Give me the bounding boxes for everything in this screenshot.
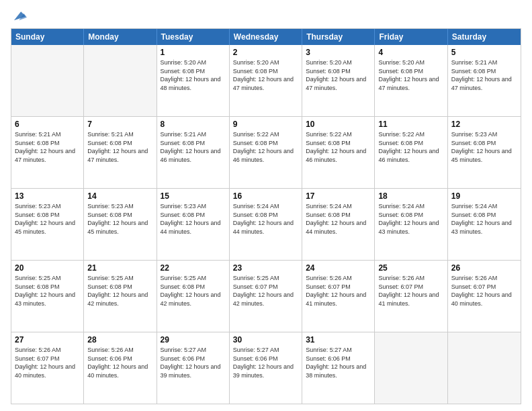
day-info: Sunrise: 5:23 AMSunset: 6:08 PMDaylight:… (161, 202, 226, 236)
day-number: 23 (233, 263, 298, 273)
daylight-text: Daylight: 12 hours and 47 minutes. (87, 147, 152, 164)
daylight-text: Daylight: 12 hours and 44 minutes. (306, 219, 371, 236)
sunrise-text: Sunrise: 5:24 AM (233, 202, 298, 211)
calendar-week-row: 13Sunrise: 5:23 AMSunset: 6:08 PMDayligh… (11, 189, 521, 261)
day-number: 20 (15, 263, 80, 273)
day-number: 6 (15, 119, 80, 130)
sunrise-text: Sunrise: 5:24 AM (378, 202, 443, 211)
sunset-text: Sunset: 6:07 PM (451, 283, 517, 291)
sunrise-text: Sunrise: 5:24 AM (306, 202, 371, 211)
day-number: 7 (87, 119, 152, 130)
sunrise-text: Sunrise: 5:27 AM (233, 346, 298, 355)
day-info: Sunrise: 5:22 AMSunset: 6:08 PMDaylight:… (233, 130, 298, 164)
sunset-text: Sunset: 6:08 PM (161, 211, 226, 220)
calendar-cell (375, 332, 447, 404)
calendar-cell: 15Sunrise: 5:23 AMSunset: 6:08 PMDayligh… (157, 189, 230, 260)
sunset-text: Sunset: 6:08 PM (233, 139, 298, 148)
sunrise-text: Sunrise: 5:25 AM (15, 274, 80, 283)
daylight-text: Daylight: 12 hours and 45 minutes. (15, 219, 80, 236)
day-number: 15 (161, 191, 226, 201)
sunset-text: Sunset: 6:08 PM (233, 67, 298, 76)
day-number: 25 (378, 263, 443, 273)
day-number: 24 (306, 263, 371, 273)
logo (11, 8, 27, 23)
calendar-cell: 2Sunrise: 5:20 AMSunset: 6:08 PMDaylight… (230, 45, 302, 116)
sunrise-text: Sunrise: 5:23 AM (15, 202, 80, 211)
sunrise-text: Sunrise: 5:26 AM (87, 346, 152, 355)
day-number: 10 (306, 119, 371, 130)
daylight-text: Daylight: 12 hours and 40 minutes. (15, 363, 80, 379)
day-number: 18 (378, 191, 443, 201)
sunset-text: Sunset: 6:06 PM (306, 355, 371, 363)
day-number: 19 (451, 191, 517, 201)
sunset-text: Sunset: 6:08 PM (87, 139, 152, 148)
sunrise-text: Sunrise: 5:27 AM (161, 346, 226, 355)
day-number: 16 (233, 191, 298, 201)
calendar: SundayMondayTuesdayWednesdayThursdayFrid… (11, 28, 521, 404)
weekday-header: Saturday (448, 29, 521, 45)
weekday-header: Friday (375, 29, 447, 45)
daylight-text: Daylight: 12 hours and 42 minutes. (161, 291, 226, 308)
weekday-header: Wednesday (230, 29, 302, 45)
day-number: 14 (87, 191, 152, 201)
calendar-cell: 21Sunrise: 5:25 AMSunset: 6:08 PMDayligh… (84, 261, 157, 332)
sunset-text: Sunset: 6:08 PM (306, 139, 371, 148)
day-info: Sunrise: 5:25 AMSunset: 6:07 PMDaylight:… (233, 274, 298, 308)
calendar-week-row: 20Sunrise: 5:25 AMSunset: 6:08 PMDayligh… (11, 261, 521, 332)
day-info: Sunrise: 5:27 AMSunset: 6:06 PMDaylight:… (306, 346, 371, 379)
calendar-cell: 12Sunrise: 5:23 AMSunset: 6:08 PMDayligh… (448, 117, 521, 188)
calendar-cell (84, 45, 157, 116)
sunset-text: Sunset: 6:08 PM (15, 139, 80, 148)
daylight-text: Daylight: 12 hours and 38 minutes. (306, 363, 371, 379)
day-number: 30 (233, 334, 298, 345)
daylight-text: Daylight: 12 hours and 45 minutes. (87, 219, 152, 236)
weekday-header: Monday (84, 29, 157, 45)
day-number: 28 (87, 334, 152, 345)
sunrise-text: Sunrise: 5:23 AM (451, 130, 517, 139)
daylight-text: Daylight: 12 hours and 46 minutes. (306, 147, 371, 164)
calendar-cell: 17Sunrise: 5:24 AMSunset: 6:08 PMDayligh… (302, 189, 375, 260)
day-info: Sunrise: 5:23 AMSunset: 6:08 PMDaylight:… (87, 202, 152, 236)
sunset-text: Sunset: 6:08 PM (161, 283, 226, 291)
calendar-week-row: 27Sunrise: 5:26 AMSunset: 6:07 PMDayligh… (11, 332, 521, 404)
calendar-cell: 4Sunrise: 5:20 AMSunset: 6:08 PMDaylight… (375, 45, 447, 116)
sunrise-text: Sunrise: 5:26 AM (306, 274, 371, 283)
day-info: Sunrise: 5:27 AMSunset: 6:06 PMDaylight:… (233, 346, 298, 379)
calendar-cell: 16Sunrise: 5:24 AMSunset: 6:08 PMDayligh… (230, 189, 302, 260)
calendar-body: 1Sunrise: 5:20 AMSunset: 6:08 PMDaylight… (11, 45, 521, 404)
daylight-text: Daylight: 12 hours and 45 minutes. (451, 147, 517, 164)
calendar-cell: 10Sunrise: 5:22 AMSunset: 6:08 PMDayligh… (302, 117, 375, 188)
daylight-text: Daylight: 12 hours and 43 minutes. (451, 219, 517, 236)
sunset-text: Sunset: 6:08 PM (161, 67, 226, 76)
daylight-text: Daylight: 12 hours and 43 minutes. (378, 219, 443, 236)
day-info: Sunrise: 5:21 AMSunset: 6:08 PMDaylight:… (15, 130, 80, 164)
day-info: Sunrise: 5:24 AMSunset: 6:08 PMDaylight:… (306, 202, 371, 236)
calendar-cell: 14Sunrise: 5:23 AMSunset: 6:08 PMDayligh… (84, 189, 157, 260)
daylight-text: Daylight: 12 hours and 41 minutes. (378, 291, 443, 308)
sunset-text: Sunset: 6:07 PM (306, 283, 371, 291)
calendar-cell: 31Sunrise: 5:27 AMSunset: 6:06 PMDayligh… (302, 332, 375, 404)
sunset-text: Sunset: 6:08 PM (306, 67, 371, 76)
day-info: Sunrise: 5:26 AMSunset: 6:07 PMDaylight:… (306, 274, 371, 308)
day-info: Sunrise: 5:24 AMSunset: 6:08 PMDaylight:… (378, 202, 443, 236)
sunset-text: Sunset: 6:08 PM (451, 139, 517, 148)
sunset-text: Sunset: 6:08 PM (15, 211, 80, 220)
day-number: 11 (378, 119, 443, 130)
calendar-cell: 24Sunrise: 5:26 AMSunset: 6:07 PMDayligh… (302, 261, 375, 332)
sunset-text: Sunset: 6:08 PM (233, 211, 298, 220)
sunrise-text: Sunrise: 5:20 AM (306, 58, 371, 67)
day-info: Sunrise: 5:23 AMSunset: 6:08 PMDaylight:… (451, 130, 517, 164)
calendar-cell: 11Sunrise: 5:22 AMSunset: 6:08 PMDayligh… (375, 117, 447, 188)
calendar-cell: 13Sunrise: 5:23 AMSunset: 6:08 PMDayligh… (11, 189, 84, 260)
sunrise-text: Sunrise: 5:22 AM (306, 130, 371, 139)
daylight-text: Daylight: 12 hours and 47 minutes. (233, 75, 298, 92)
sunset-text: Sunset: 6:07 PM (15, 355, 80, 363)
sunset-text: Sunset: 6:06 PM (87, 355, 152, 363)
sunrise-text: Sunrise: 5:25 AM (161, 274, 226, 283)
day-number: 5 (451, 47, 517, 58)
day-number: 13 (15, 191, 80, 201)
calendar-cell: 22Sunrise: 5:25 AMSunset: 6:08 PMDayligh… (157, 261, 230, 332)
day-info: Sunrise: 5:22 AMSunset: 6:08 PMDaylight:… (378, 130, 443, 164)
day-info: Sunrise: 5:24 AMSunset: 6:08 PMDaylight:… (451, 202, 517, 236)
day-number: 27 (15, 334, 80, 345)
